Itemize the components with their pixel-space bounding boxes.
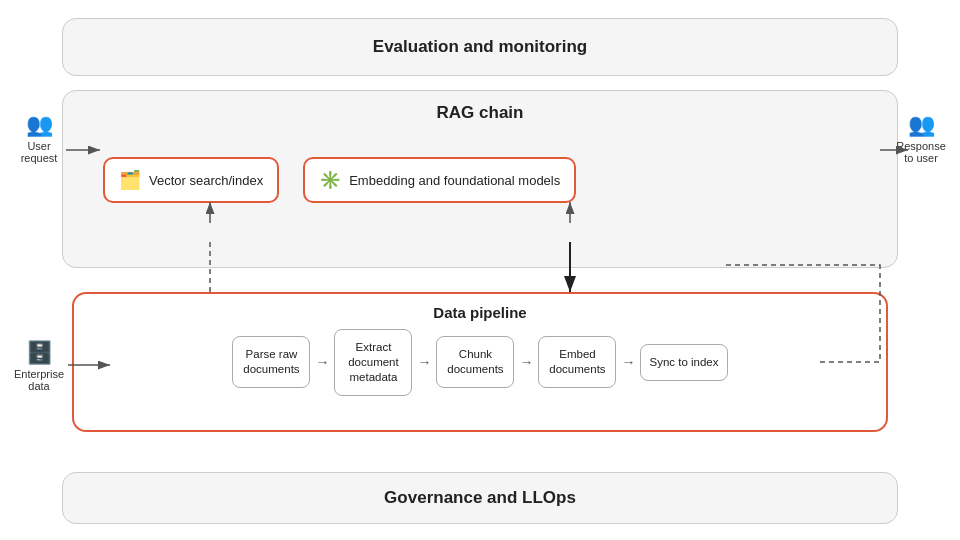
data-pipeline-box: Data pipeline Parse rawdocuments → Extra…	[72, 292, 888, 432]
arrow-2: →	[417, 354, 431, 370]
step-chunk-label: Chunkdocuments	[447, 348, 503, 375]
response-label: Responseto user	[896, 140, 946, 164]
arrow-4: →	[621, 354, 635, 370]
response-icon: 👥	[908, 112, 935, 138]
layers-icon: 🗂️	[119, 169, 141, 191]
diagram-wrapper: Evaluation and monitoring RAG chain 🗂️ V…	[10, 10, 950, 530]
step-chunk: Chunkdocuments	[436, 336, 514, 388]
user-request: 👥 Userrequest	[12, 112, 66, 164]
step-parse-label: Parse rawdocuments	[243, 348, 299, 375]
arrow-1: →	[315, 354, 329, 370]
step-embed: Embeddocuments	[538, 336, 616, 388]
arrows-svg	[10, 10, 950, 530]
user-icon: 👥	[26, 112, 53, 138]
files-icon: 🗄️	[26, 340, 53, 366]
step-sync-label: Sync to index	[649, 356, 718, 368]
enterprise-label: Enterprisedata	[14, 368, 64, 392]
response-user: 👥 Responseto user	[894, 112, 948, 164]
data-pipeline-title: Data pipeline	[74, 294, 886, 321]
enterprise-data: 🗄️ Enterprisedata	[10, 340, 68, 392]
step-parse: Parse rawdocuments	[232, 336, 310, 388]
evaluation-box: Evaluation and monitoring	[62, 18, 898, 76]
rag-chain-box: RAG chain 🗂️ Vector search/index ✳️ Embe…	[62, 90, 898, 268]
step-extract-label: Extractdocumentmetadata	[348, 341, 399, 383]
evaluation-label: Evaluation and monitoring	[373, 37, 587, 57]
governance-box: Governance and LLOps	[62, 472, 898, 524]
step-sync: Sync to index	[640, 344, 727, 381]
step-embed-label: Embeddocuments	[549, 348, 605, 375]
embedding-label: Embedding and foundational models	[349, 173, 560, 188]
sparkle-icon: ✳️	[319, 169, 341, 191]
user-request-label: Userrequest	[21, 140, 58, 164]
governance-label: Governance and LLOps	[384, 488, 576, 508]
vector-search-label: Vector search/index	[149, 173, 263, 188]
rag-chain-title: RAG chain	[63, 91, 897, 123]
arrow-3: →	[519, 354, 533, 370]
step-extract: Extractdocumentmetadata	[334, 329, 412, 396]
embedding-box: ✳️ Embedding and foundational models	[303, 157, 576, 203]
vector-search-box: 🗂️ Vector search/index	[103, 157, 279, 203]
